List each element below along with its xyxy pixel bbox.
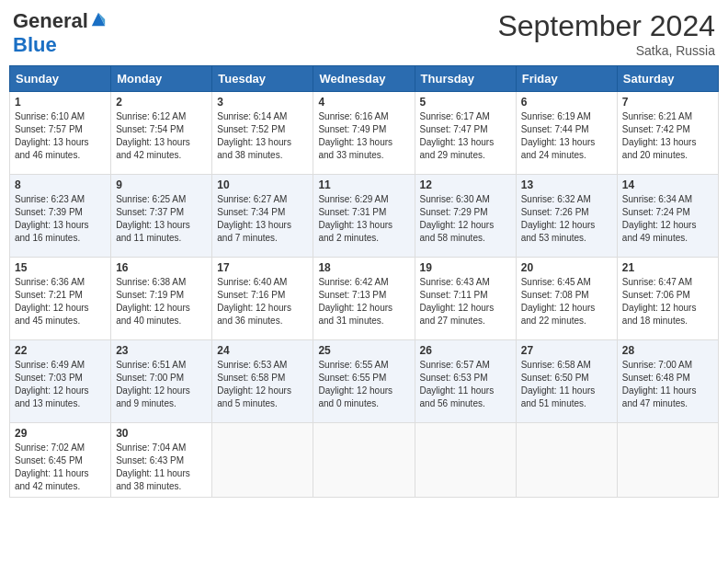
day-info: Sunrise: 7:00 AM Sunset: 6:48 PM Dayligh… (622, 359, 713, 410)
day-info: Sunrise: 6:19 AM Sunset: 7:44 PM Dayligh… (521, 110, 612, 162)
day-info: Sunrise: 6:49 AM Sunset: 7:03 PM Dayligh… (15, 359, 106, 410)
day-info: Sunrise: 6:38 AM Sunset: 7:19 PM Dayligh… (116, 276, 207, 327)
calendar-cell: 1Sunrise: 6:10 AM Sunset: 7:57 PM Daylig… (10, 92, 111, 175)
day-number: 12 (420, 178, 511, 191)
day-number: 19 (420, 261, 511, 274)
day-number: 22 (15, 344, 106, 357)
day-number: 26 (420, 344, 511, 357)
calendar-cell: 13Sunrise: 6:32 AM Sunset: 7:26 PM Dayli… (516, 175, 617, 258)
day-number: 28 (622, 344, 713, 357)
calendar-cell: 25Sunrise: 6:55 AM Sunset: 6:55 PM Dayli… (313, 340, 415, 423)
day-number: 4 (318, 96, 409, 109)
day-number: 13 (521, 178, 612, 191)
calendar-cell (415, 423, 516, 498)
calendar-cell: 16Sunrise: 6:38 AM Sunset: 7:19 PM Dayli… (111, 258, 212, 340)
day-number: 29 (15, 427, 106, 440)
weekday-header-sunday: Sunday (10, 66, 111, 92)
day-info: Sunrise: 7:02 AM Sunset: 6:45 PM Dayligh… (15, 442, 106, 493)
day-info: Sunrise: 6:57 AM Sunset: 6:53 PM Dayligh… (420, 359, 511, 410)
calendar-cell: 27Sunrise: 6:58 AM Sunset: 6:50 PM Dayli… (516, 340, 617, 423)
calendar-cell: 15Sunrise: 6:36 AM Sunset: 7:21 PM Dayli… (10, 258, 111, 340)
day-info: Sunrise: 6:55 AM Sunset: 6:55 PM Dayligh… (318, 359, 409, 410)
calendar-cell: 17Sunrise: 6:40 AM Sunset: 7:16 PM Dayli… (212, 258, 313, 340)
day-number: 8 (15, 178, 106, 191)
day-number: 17 (217, 261, 308, 274)
calendar-cell (313, 423, 415, 498)
calendar-cell: 14Sunrise: 6:34 AM Sunset: 7:24 PM Dayli… (617, 175, 718, 258)
weekday-header-saturday: Saturday (617, 66, 718, 92)
calendar-cell: 26Sunrise: 6:57 AM Sunset: 6:53 PM Dayli… (415, 340, 516, 423)
calendar-cell: 24Sunrise: 6:53 AM Sunset: 6:58 PM Dayli… (212, 340, 313, 423)
day-info: Sunrise: 7:04 AM Sunset: 6:43 PM Dayligh… (116, 442, 207, 493)
day-number: 11 (318, 178, 409, 191)
day-info: Sunrise: 6:47 AM Sunset: 7:06 PM Dayligh… (622, 276, 713, 327)
day-info: Sunrise: 6:42 AM Sunset: 7:13 PM Dayligh… (318, 276, 409, 327)
calendar-table: SundayMondayTuesdayWednesdayThursdayFrid… (9, 65, 719, 498)
day-info: Sunrise: 6:16 AM Sunset: 7:49 PM Dayligh… (318, 110, 409, 162)
month-year-title: September 2024 (497, 9, 715, 43)
weekday-header-row: SundayMondayTuesdayWednesdayThursdayFrid… (10, 66, 719, 92)
calendar-cell (516, 423, 617, 498)
day-number: 24 (217, 344, 308, 357)
logo-general-text: General (13, 9, 88, 33)
weekday-header-tuesday: Tuesday (212, 66, 313, 92)
calendar-cell: 4Sunrise: 6:16 AM Sunset: 7:49 PM Daylig… (313, 92, 415, 175)
location-label: Satka, Russia (497, 43, 715, 58)
day-number: 6 (521, 96, 612, 109)
calendar-cell: 9Sunrise: 6:25 AM Sunset: 7:37 PM Daylig… (111, 175, 212, 258)
calendar-week-row: 22Sunrise: 6:49 AM Sunset: 7:03 PM Dayli… (10, 340, 719, 423)
weekday-header-monday: Monday (111, 66, 212, 92)
day-number: 3 (217, 96, 308, 109)
day-info: Sunrise: 6:51 AM Sunset: 7:00 PM Dayligh… (116, 359, 207, 410)
day-number: 23 (116, 344, 207, 357)
calendar-cell: 28Sunrise: 7:00 AM Sunset: 6:48 PM Dayli… (617, 340, 718, 423)
weekday-header-thursday: Thursday (415, 66, 516, 92)
calendar-cell: 12Sunrise: 6:30 AM Sunset: 7:29 PM Dayli… (415, 175, 516, 258)
day-number: 20 (521, 261, 612, 274)
weekday-header-friday: Friday (516, 66, 617, 92)
calendar-cell: 21Sunrise: 6:47 AM Sunset: 7:06 PM Dayli… (617, 258, 718, 340)
day-info: Sunrise: 6:12 AM Sunset: 7:54 PM Dayligh… (116, 110, 207, 162)
calendar-week-row: 8Sunrise: 6:23 AM Sunset: 7:39 PM Daylig… (10, 175, 719, 258)
day-number: 25 (318, 344, 409, 357)
day-info: Sunrise: 6:36 AM Sunset: 7:21 PM Dayligh… (15, 276, 106, 327)
day-info: Sunrise: 6:32 AM Sunset: 7:26 PM Dayligh… (521, 193, 612, 245)
logo: General Blue (13, 9, 107, 57)
day-number: 14 (622, 178, 713, 191)
calendar-cell: 29Sunrise: 7:02 AM Sunset: 6:45 PM Dayli… (10, 423, 111, 498)
calendar-cell: 20Sunrise: 6:45 AM Sunset: 7:08 PM Dayli… (516, 258, 617, 340)
calendar-cell: 18Sunrise: 6:42 AM Sunset: 7:13 PM Dayli… (313, 258, 415, 340)
day-info: Sunrise: 6:25 AM Sunset: 7:37 PM Dayligh… (116, 193, 207, 245)
calendar-week-row: 29Sunrise: 7:02 AM Sunset: 6:45 PM Dayli… (10, 423, 719, 498)
page-header: General Blue September 2024 Satka, Russi… (9, 9, 719, 58)
day-number: 1 (15, 96, 106, 109)
day-info: Sunrise: 6:58 AM Sunset: 6:50 PM Dayligh… (521, 359, 612, 410)
logo-blue-text: Blue (13, 33, 57, 57)
day-number: 2 (116, 96, 207, 109)
calendar-cell: 11Sunrise: 6:29 AM Sunset: 7:31 PM Dayli… (313, 175, 415, 258)
day-number: 21 (622, 261, 713, 274)
calendar-week-row: 15Sunrise: 6:36 AM Sunset: 7:21 PM Dayli… (10, 258, 719, 340)
calendar-cell: 10Sunrise: 6:27 AM Sunset: 7:34 PM Dayli… (212, 175, 313, 258)
day-number: 16 (116, 261, 207, 274)
calendar-cell (617, 423, 718, 498)
day-info: Sunrise: 6:29 AM Sunset: 7:31 PM Dayligh… (318, 193, 409, 245)
logo-icon (90, 11, 107, 28)
day-number: 30 (116, 427, 207, 440)
calendar-cell: 7Sunrise: 6:21 AM Sunset: 7:42 PM Daylig… (617, 92, 718, 175)
calendar-week-row: 1Sunrise: 6:10 AM Sunset: 7:57 PM Daylig… (10, 92, 719, 175)
day-info: Sunrise: 6:30 AM Sunset: 7:29 PM Dayligh… (420, 193, 511, 245)
calendar-cell: 23Sunrise: 6:51 AM Sunset: 7:00 PM Dayli… (111, 340, 212, 423)
calendar-cell: 5Sunrise: 6:17 AM Sunset: 7:47 PM Daylig… (415, 92, 516, 175)
day-info: Sunrise: 6:10 AM Sunset: 7:57 PM Dayligh… (15, 110, 106, 162)
day-number: 10 (217, 178, 308, 191)
weekday-header-wednesday: Wednesday (313, 66, 415, 92)
day-number: 18 (318, 261, 409, 274)
day-info: Sunrise: 6:53 AM Sunset: 6:58 PM Dayligh… (217, 359, 308, 410)
title-section: September 2024 Satka, Russia (497, 9, 715, 58)
day-info: Sunrise: 6:23 AM Sunset: 7:39 PM Dayligh… (15, 193, 106, 245)
day-number: 27 (521, 344, 612, 357)
day-number: 15 (15, 261, 106, 274)
day-number: 7 (622, 96, 713, 109)
calendar-cell: 22Sunrise: 6:49 AM Sunset: 7:03 PM Dayli… (10, 340, 111, 423)
